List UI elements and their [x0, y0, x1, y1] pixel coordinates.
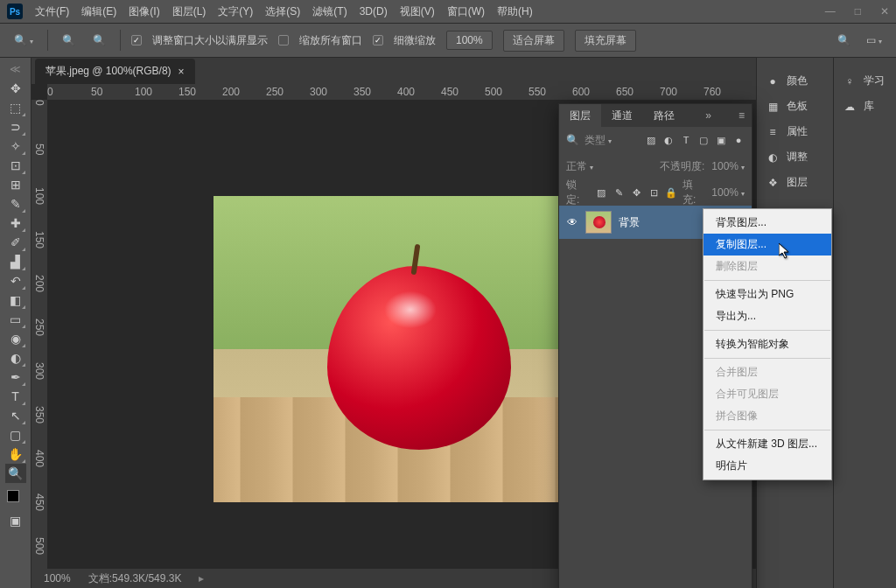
toolbar-handle[interactable]: ≪: [10, 63, 21, 75]
fill-screen-button[interactable]: 填充屏幕: [575, 30, 636, 52]
lock-all-icon[interactable]: 🔒: [665, 186, 677, 199]
tool-marquee[interactable]: ⬚: [5, 98, 26, 117]
menu-edit[interactable]: 编辑(E): [81, 4, 116, 19]
tool-eyedropper[interactable]: ✎: [5, 194, 26, 214]
tool-brush[interactable]: ✐: [5, 233, 26, 252]
ctx-item[interactable]: 转换为智能对象: [704, 333, 831, 355]
screen-mode[interactable]: ▣: [5, 511, 26, 530]
zoom-out-icon[interactable]: 🔍: [89, 32, 109, 48]
menu-filter[interactable]: 滤镜(T): [312, 4, 346, 19]
menu-help[interactable]: 帮助(H): [497, 4, 533, 19]
filter-type[interactable]: 类型: [584, 133, 640, 148]
ctx-item[interactable]: 从文件新建 3D 图层...: [704, 433, 831, 455]
window-controls: — □ ✕: [825, 5, 889, 18]
tool-clone[interactable]: ▟: [5, 252, 26, 271]
panel-属性[interactable]: ≡属性: [757, 119, 833, 144]
panel-学习[interactable]: ♀学习: [834, 68, 896, 94]
tool-history[interactable]: ↶: [5, 271, 26, 290]
tool-eraser[interactable]: ◧: [5, 290, 26, 310]
resize-window-checkbox[interactable]: ✓: [131, 35, 142, 46]
color-swatches[interactable]: [7, 490, 24, 508]
tool-type[interactable]: T: [5, 387, 26, 406]
channels-tab[interactable]: 通道: [601, 104, 643, 127]
panel-图层[interactable]: ❖图层: [757, 170, 833, 195]
layer-name[interactable]: 背景: [619, 215, 640, 230]
filter-toggle[interactable]: ●: [732, 134, 745, 146]
opacity-label: 不透明度:: [660, 159, 704, 174]
lock-pos-icon[interactable]: ✥: [630, 186, 642, 199]
maximize-button[interactable]: □: [855, 5, 861, 18]
ctx-item: 拼合图像: [704, 405, 831, 427]
tool-hand[interactable]: ✋: [5, 444, 26, 464]
filter-shape-icon[interactable]: ▢: [697, 134, 710, 146]
panel-库[interactable]: ☁库: [834, 94, 896, 119]
panel-色板[interactable]: ▦色板: [757, 94, 833, 119]
tool-frame[interactable]: ⊞: [5, 175, 26, 194]
search-icon: 🔍: [566, 134, 579, 146]
ctx-item[interactable]: 背景图层...: [704, 212, 831, 234]
ctx-item: 合并可见图层: [704, 383, 831, 405]
scrubby-zoom-label: 细微缩放: [394, 33, 436, 48]
lock-pixel-icon[interactable]: ✎: [612, 186, 625, 199]
resize-window-label: 调整窗口大小以满屏显示: [152, 33, 268, 48]
close-button[interactable]: ✕: [880, 5, 889, 18]
opacity-value[interactable]: 100%: [711, 160, 745, 172]
tab-close-icon[interactable]: ×: [178, 66, 185, 78]
menu-window[interactable]: 窗口(W): [447, 4, 485, 19]
filter-pixel-icon[interactable]: ▨: [645, 134, 657, 146]
far-panels: ♀学习☁库: [833, 58, 896, 588]
tool-move[interactable]: ✥: [5, 79, 26, 98]
panel-menu-icon[interactable]: ≡: [732, 109, 752, 122]
menu-select[interactable]: 选择(S): [265, 4, 300, 19]
ctx-item[interactable]: 导出为...: [704, 305, 831, 327]
tool-pen[interactable]: ✒: [5, 368, 26, 387]
tool-shape[interactable]: ▢: [5, 425, 26, 444]
panel-调整[interactable]: ◐调整: [757, 144, 833, 170]
zoom-100-button[interactable]: 100%: [446, 31, 493, 50]
tool-healing[interactable]: ✚: [5, 214, 26, 233]
doc-size[interactable]: 文档:549.3K/549.3K: [88, 571, 182, 586]
tool-gradient[interactable]: ▭: [5, 310, 26, 329]
menu-type[interactable]: 文字(Y): [218, 4, 253, 19]
fill-value[interactable]: 100%: [711, 186, 745, 199]
search-icon[interactable]: 🔍: [834, 32, 854, 48]
paths-tab[interactable]: 路径: [643, 104, 685, 127]
document-tab[interactable]: 苹果.jpeg @ 100%(RGB/8) ×: [35, 59, 195, 84]
visibility-icon[interactable]: 👁: [566, 216, 578, 228]
fit-screen-button[interactable]: 适合屏幕: [503, 30, 564, 52]
menu-file[interactable]: 文件(F): [35, 4, 69, 19]
zoom-all-checkbox[interactable]: [278, 35, 289, 46]
tool-zoom[interactable]: 🔍: [5, 464, 26, 483]
tool-blur[interactable]: ◉: [5, 329, 26, 348]
panel-chevron[interactable]: »: [698, 109, 718, 122]
tool-magic-wand[interactable]: ✧: [5, 136, 26, 156]
menu-image[interactable]: 图像(I): [129, 4, 159, 19]
toolbar: ≪ ✥⬚⊃✧⊡⊞✎✚✐▟↶◧▭◉◐✒T↖▢✋🔍 ▣: [0, 58, 32, 588]
filter-smart-icon[interactable]: ▣: [715, 134, 727, 146]
minimize-button[interactable]: —: [825, 5, 836, 18]
filter-type-icon[interactable]: T: [680, 134, 692, 146]
tool-preset[interactable]: 🔍: [10, 32, 37, 48]
blend-mode[interactable]: 正常: [566, 159, 653, 174]
menu-view[interactable]: 视图(V): [400, 4, 435, 19]
layers-tab[interactable]: 图层: [559, 104, 601, 127]
tool-path[interactable]: ↖: [5, 406, 26, 425]
ctx-item[interactable]: 复制图层...: [704, 234, 831, 256]
menu-3d[interactable]: 3D(D): [360, 5, 388, 18]
tool-lasso[interactable]: ⊃: [5, 117, 26, 136]
ctx-item[interactable]: 明信片: [704, 455, 831, 477]
lock-artboard-icon[interactable]: ⊡: [648, 186, 660, 199]
panel-颜色[interactable]: ●颜色: [757, 68, 833, 94]
zoom-level[interactable]: 100%: [44, 572, 71, 584]
tool-crop[interactable]: ⊡: [5, 156, 26, 175]
ctx-item[interactable]: 快速导出为 PNG: [704, 284, 831, 305]
filter-adjust-icon[interactable]: ◐: [662, 134, 675, 146]
ruler-vertical: 050100150200250300350400450500: [32, 100, 47, 569]
scrubby-zoom-checkbox[interactable]: ✓: [373, 35, 383, 46]
layer-thumbnail[interactable]: [585, 211, 612, 234]
tool-dodge[interactable]: ◐: [5, 348, 26, 368]
menu-layer[interactable]: 图层(L): [172, 4, 206, 19]
workspace-icon[interactable]: ▭: [863, 32, 886, 48]
zoom-in-icon[interactable]: 🔍: [59, 32, 79, 48]
lock-trans-icon[interactable]: ▨: [595, 186, 607, 199]
